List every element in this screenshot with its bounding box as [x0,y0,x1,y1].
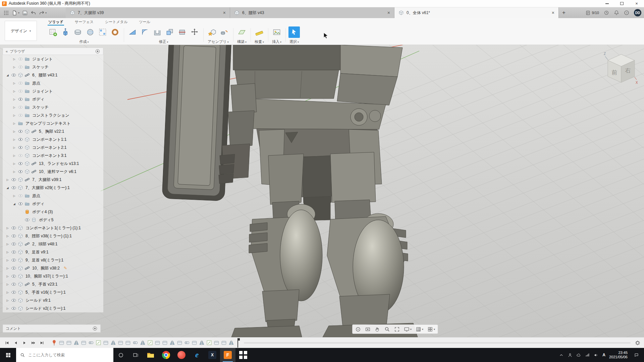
browser-item[interactable]: ▷5、胸部 v22:1 [3,127,103,135]
tool-construction-plane[interactable] [236,26,248,38]
expand-arrow-icon[interactable]: ▷ [12,154,16,157]
browser-item[interactable]: ▷2、頭部 v48:1 [3,240,103,248]
tool-sphere[interactable] [85,26,96,38]
expand-arrow-icon[interactable]: ◢ [12,202,16,205]
expand-arrow-icon[interactable]: ▷ [12,162,16,165]
help-button[interactable] [624,10,629,15]
grid-display-button[interactable]: ▾ [416,326,423,332]
expand-arrow-icon[interactable]: ▷ [12,194,16,197]
browser-item[interactable]: ▷5、手首 v16(ミラー):1 [3,288,103,296]
pan-button[interactable] [375,326,380,332]
tool-joint[interactable] [219,26,230,38]
timeline-component-icon[interactable] [221,340,227,346]
browser-item[interactable]: ▷コンポーネント3:1 [3,152,103,160]
timeline-sketch-icon[interactable] [147,340,153,346]
tool-split[interactable] [176,26,188,38]
tab-close-icon[interactable]: × [387,10,390,15]
close-button[interactable]: × [629,0,644,7]
expand-arrow-icon[interactable]: ▷ [5,235,10,238]
tool-pattern[interactable] [97,26,108,38]
expand-arrow-icon[interactable]: ▷ [12,170,16,173]
play-button[interactable] [21,340,28,346]
viewport-area[interactable]: « ブラウザ ▷ジョイント▷スケッチ◢6、腰部 v43:1▷原点▷ジョイント▷ボ… [0,45,644,337]
browser-item[interactable]: ◢ボディ [3,200,103,208]
timeline-component-icon[interactable] [162,340,168,346]
view-cube[interactable]: 前 右 Z X [602,50,639,85]
timeline-component-icon[interactable] [117,340,124,346]
ime-indicator[interactable]: A [602,353,605,357]
tab-close-icon[interactable]: × [223,10,226,15]
tool-press-pull[interactable] [127,26,138,38]
expand-arrow-icon[interactable]: ▷ [5,243,10,246]
x-app-taskbar-icon[interactable]: X [205,348,220,362]
browser-item[interactable]: ▷5、手首 v23:1 [3,280,103,288]
browser-item[interactable]: ▷8、脛部 v38(ミラー) (1):1 [3,232,103,240]
timeline-component-icon[interactable] [154,340,161,346]
timeline-mirror-icon[interactable] [110,340,116,346]
edge-taskbar-icon[interactable]: e [189,348,205,362]
redo-button[interactable]: ▾ [39,10,47,16]
file-explorer-taskbar-icon[interactable] [143,348,158,362]
timeline-component-icon[interactable] [103,340,109,346]
expand-arrow-icon[interactable]: ▷ [5,267,10,270]
maximize-button[interactable] [614,0,629,7]
expand-arrow-icon[interactable]: ▷ [12,82,16,85]
fusion-360-taskbar-icon[interactable]: F [220,348,235,362]
ribbon-tab[interactable]: サーフェス [74,18,94,25]
timeline-joint-icon[interactable] [184,340,190,346]
start-button[interactable] [0,348,16,362]
browser-item[interactable]: ▷10、腕部 v38:2✎ [3,264,103,272]
expand-arrow-icon[interactable]: ◢ [5,74,10,77]
step-back-button[interactable] [12,340,19,346]
zoom-button[interactable] [384,326,390,332]
browser-item[interactable]: ▷コンポーネント1:1 [3,135,103,143]
timeline-sketch-icon[interactable] [95,340,102,346]
browser-item[interactable]: ▷シールド v2(ミラー):1 [3,304,103,312]
document-tab[interactable]: 0、全体 v61*× [394,7,559,18]
chevron-up-icon[interactable] [559,353,564,358]
browser-item[interactable]: ▷シールド v9:1 [3,296,103,304]
tool-measure[interactable] [254,26,265,38]
timeline-component-icon[interactable] [191,340,198,346]
timeline-component-icon[interactable] [176,340,183,346]
expand-arrow-icon[interactable]: ▷ [12,106,16,109]
tool-new-component[interactable] [206,26,218,38]
tool-insert-canvas[interactable] [271,26,282,38]
job-status-button[interactable]: 9/10 [585,10,599,15]
ribbon-group-label[interactable]: 修正 [159,39,168,44]
timeline-mirror-icon[interactable] [228,340,234,346]
ribbon-group-label[interactable]: 構築 [237,39,247,44]
browser-item[interactable]: ▷ボディ [3,95,103,103]
fit-button[interactable] [394,326,400,332]
expand-arrow-icon[interactable]: ▷ [5,178,10,181]
ribbon-tab[interactable]: ツール [138,18,151,25]
browser-item[interactable]: ▷7、大腿部 v39:1 [3,176,103,184]
timeline-component-icon[interactable] [66,340,72,346]
expand-arrow-icon[interactable]: ▷ [12,58,16,61]
new-tab-button[interactable]: + [559,7,569,18]
user-avatar[interactable]: DD [634,9,641,16]
expand-arrow-icon[interactable]: ▷ [12,138,16,141]
browser-item[interactable]: ▷9、足首 v9:1 [3,248,103,256]
comment-panel[interactable]: コメント [3,324,101,333]
panel-options-icon[interactable] [95,49,100,54]
tool-revolve[interactable] [72,26,84,38]
orbit-button[interactable] [355,326,361,332]
expand-arrow-icon[interactable]: ▷ [5,251,10,254]
ribbon-group-label[interactable]: 選択 [289,39,299,44]
browser-panel-header[interactable]: « ブラウザ [3,48,103,55]
go-to-start-button[interactable] [3,340,11,346]
expand-arrow-icon[interactable]: ▷ [12,98,16,101]
document-tab[interactable]: 7、大腿部 v39× [66,7,230,18]
taskbar-clock[interactable]: 23:45 2021/05/06 [609,351,628,359]
collapse-arrows-icon[interactable]: « [6,49,8,53]
timeline-sketch-icon[interactable] [206,340,212,346]
browser-item[interactable]: ▷9、足首 v8(ミラー):1 [3,256,103,264]
file-menu-button[interactable]: ▾ [12,10,19,16]
tool-coil[interactable] [109,26,121,38]
step-forward-button[interactable] [30,340,37,346]
volume-icon[interactable] [594,353,599,358]
timeline-joint-icon[interactable] [132,340,139,346]
tool-extrude[interactable] [60,26,71,38]
timeline-mirror-icon[interactable] [140,340,146,346]
